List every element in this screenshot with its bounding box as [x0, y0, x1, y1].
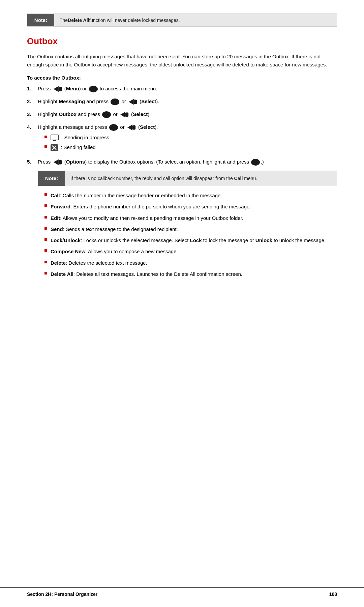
note-label-text: Note: [34, 17, 47, 23]
mid-note-label: Note: [38, 171, 65, 186]
options-softkey [53, 158, 62, 166]
step-1-num: 1. [27, 85, 38, 93]
step-5: 5. Press (Options) to display the Outbox… [27, 158, 337, 281]
step-2-num: 2. [27, 97, 38, 106]
bullet-compose [44, 249, 47, 252]
option-delete-all: Delete All: Deletes all text messages. L… [44, 270, 337, 278]
mid-note-content: If there is no callback number, the repl… [65, 171, 263, 186]
ok-btn-4 [109, 124, 118, 131]
svg-point-3 [111, 99, 119, 105]
select-softkey-3 [120, 111, 129, 118]
svg-rect-19 [58, 160, 61, 165]
option-delete: Delete: Deletes the selected text messag… [44, 259, 337, 267]
sub-bullet-sending-progress: : Sending in progress [44, 134, 337, 142]
step-3: 3. Highlight Outbox and press or (Select… [27, 110, 337, 118]
svg-rect-12 [51, 135, 58, 140]
svg-marker-10 [127, 125, 132, 131]
svg-point-6 [102, 112, 111, 118]
footer-right: 108 [329, 591, 337, 597]
step-5-num: 5. [27, 158, 38, 166]
svg-rect-14 [52, 141, 57, 141]
note-content: The Delete All function will never delet… [54, 14, 185, 26]
svg-point-20 [251, 159, 260, 165]
bullet-send [44, 227, 47, 230]
ok-btn-2 [111, 98, 119, 105]
option-compose-new: Compose New: Allows you to compose a new… [44, 248, 337, 255]
bullet-delete-all [44, 272, 47, 274]
bullet-call [44, 193, 47, 196]
svg-marker-0 [53, 86, 58, 92]
option-lock-unlock: Lock/Unlock: Locks or unlocks the select… [44, 236, 337, 244]
step-4: 4. Highlight a message and press or (Sel… [27, 123, 337, 153]
note-label: Note: [27, 14, 54, 26]
svg-rect-11 [132, 125, 135, 130]
svg-rect-1 [58, 87, 61, 91]
option-send: Send: Sends a text message to the design… [44, 225, 337, 233]
step-4-sub-bullets: : Sending in progress : Sendi [44, 134, 337, 151]
mid-note-box: Note: If there is no callback number, th… [38, 171, 337, 186]
option-forward: Forward: Enters the phone number of the … [44, 203, 337, 210]
intro-paragraph: The Outbox contains all outgoing message… [27, 53, 337, 69]
step-3-num: 3. [27, 110, 38, 118]
ok-btn-1 [89, 86, 98, 92]
step-1: 1. Press (Menu) or to access the main me… [27, 85, 337, 93]
option-edit: Edit: Allows you to modify and then re-s… [44, 214, 337, 222]
menu-softkey-icon [53, 85, 62, 93]
select-softkey-2 [128, 98, 138, 106]
bullet-sq-2 [44, 145, 47, 148]
bullet-lock [44, 238, 47, 241]
svg-point-9 [110, 124, 118, 131]
section-title: Outbox [27, 36, 337, 47]
step-4-num: 4. [27, 123, 38, 131]
option-call: Call: Calls the number in the message he… [44, 192, 337, 199]
ok-btn-3 [102, 111, 111, 118]
svg-rect-13 [53, 140, 56, 141]
page-footer: Section 2H: Personal Organizer 108 [0, 587, 364, 597]
bullet-forward [44, 204, 47, 207]
step-1-content: Press (Menu) or to access the main menu. [38, 85, 337, 93]
svg-marker-7 [120, 112, 125, 118]
step-2: 2. Highlight Messaging and press or (Sel… [27, 97, 337, 106]
svg-point-2 [89, 86, 97, 92]
sub-bullet-sending-failed: : Sending failed [44, 144, 337, 151]
options-list: Call: Calls the number in the message he… [44, 192, 337, 278]
bullet-edit [44, 216, 47, 219]
bullet-sq-1 [44, 136, 47, 138]
svg-marker-18 [53, 160, 58, 165]
svg-rect-5 [134, 100, 137, 104]
x-icon [51, 144, 58, 151]
footer-left: Section 2H: Personal Organizer [27, 591, 97, 597]
ok-btn-5 [251, 159, 260, 166]
svg-rect-8 [125, 113, 128, 117]
sub-heading: To access the Outbox: [27, 75, 337, 81]
screen-icon [51, 135, 59, 141]
steps-list: 1. Press (Menu) or to access the main me… [27, 85, 337, 281]
bullet-delete [44, 261, 47, 263]
step-5-content: Press (Options) to display the Outbox op… [38, 158, 337, 281]
step-3-content: Highlight Outbox and press or (Select). [38, 110, 337, 118]
select-softkey-4 [127, 124, 136, 131]
top-note-box: Note: The Delete All function will never… [27, 13, 337, 27]
step-2-content: Highlight Messaging and press or (Select… [38, 97, 337, 106]
svg-marker-4 [129, 99, 134, 105]
step-4-content: Highlight a message and press or (Select… [38, 123, 337, 153]
